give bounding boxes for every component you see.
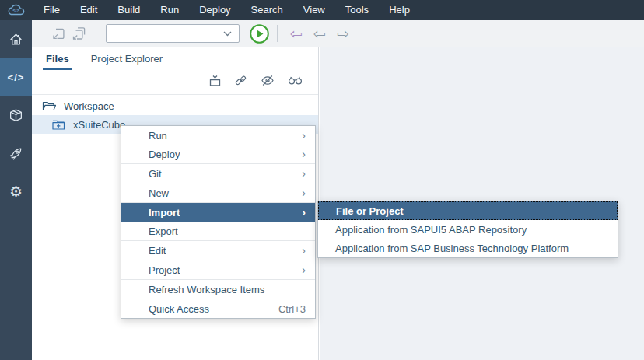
submenu-item-application-from-sapui5-abap-repository[interactable]: Application from SAPUI5 ABAP Repository	[318, 220, 618, 239]
link-icon	[235, 75, 247, 87]
context-menu-item-import[interactable]: Import ›	[121, 203, 315, 222]
run-configuration-combobox[interactable]	[106, 24, 240, 43]
sidebar-item-packages[interactable]	[0, 96, 32, 135]
menubar: </> File Edit Build Run Deploy Search Vi…	[0, 0, 644, 20]
context-menu-item-run[interactable]: Run ›	[121, 126, 315, 145]
context-menu-item-deploy[interactable]: Deploy ›	[121, 145, 315, 163]
menubar-item-help[interactable]: Help	[379, 0, 420, 20]
context-menu: Run › Deploy › Git › New › Import › Expo…	[121, 125, 316, 319]
menubar-item-search[interactable]: Search	[241, 0, 293, 20]
save-icon	[51, 26, 66, 41]
menubar-items: File Edit Build Run Deploy Search View T…	[33, 0, 420, 20]
context-menu-item-edit[interactable]: Edit ›	[121, 241, 315, 260]
collapse-all-button[interactable]	[208, 75, 222, 90]
submenu-item-application-from-sap-business-technology-platform[interactable]: Application from SAP Business Technology…	[318, 239, 618, 257]
menubar-item-edit[interactable]: Edit	[70, 0, 107, 20]
tree-item-workspace[interactable]: Workspace	[32, 96, 318, 115]
shortcut-label: Ctrl+3	[278, 303, 306, 315]
explorer-tabs: Files Project Explorer	[32, 47, 318, 70]
collapse-all-icon	[208, 75, 222, 87]
sidebar-item-home[interactable]	[0, 20, 32, 58]
binoculars-icon	[288, 75, 303, 86]
cloud-code-icon: </>	[5, 3, 28, 18]
run-play-icon	[249, 23, 270, 44]
last-edit-location-button[interactable]: ⇦	[285, 26, 308, 41]
sidebar-item-code-editor[interactable]: </>	[0, 58, 32, 96]
submenu-arrow-icon: ›	[302, 130, 306, 141]
tab-files[interactable]: Files	[43, 47, 72, 70]
tree-item-label: Workspace	[64, 100, 114, 112]
submenu-arrow-icon: ›	[302, 187, 306, 198]
save-button[interactable]	[48, 23, 68, 44]
code-icon: </>	[8, 72, 25, 83]
app-logo: </>	[0, 0, 32, 20]
eye-slash-icon	[261, 74, 275, 87]
hide-hidden-files-button[interactable]	[261, 74, 275, 90]
toolbar-separator	[96, 25, 96, 42]
sidebar-item-deploy[interactable]	[0, 135, 32, 173]
context-menu-item-new[interactable]: New ›	[121, 183, 315, 202]
tab-project-explorer[interactable]: Project Explorer	[88, 47, 166, 70]
navigate-forward-button[interactable]: ⇨	[331, 26, 355, 41]
toolbar-separator	[277, 25, 278, 42]
context-menu-item-quick-access[interactable]: Quick Access Ctrl+3	[121, 299, 315, 318]
menubar-item-view[interactable]: View	[293, 0, 335, 20]
menubar-item-tools[interactable]: Tools	[335, 0, 379, 20]
submenu-item-file-or-project[interactable]: File or Project	[318, 201, 618, 220]
chevron-down-icon	[223, 31, 232, 37]
gear-icon: ⚙	[9, 184, 23, 199]
submenu-arrow-icon: ›	[302, 207, 306, 218]
home-icon	[9, 32, 23, 47]
link-button[interactable]	[235, 75, 247, 90]
menubar-item-file[interactable]: File	[33, 0, 70, 20]
import-submenu: File or Project Application from SAPUI5 …	[317, 201, 618, 258]
save-all-icon	[71, 26, 86, 41]
rocket-icon	[9, 146, 23, 161]
context-menu-item-git[interactable]: Git ›	[121, 164, 315, 183]
menubar-item-run[interactable]: Run	[150, 0, 189, 20]
submenu-arrow-icon: ›	[302, 149, 306, 159]
sidebar-item-settings[interactable]: ⚙	[0, 173, 32, 211]
toolbar: ⇦ ⇦ ⇨	[32, 20, 644, 47]
tree-item-label: xSuiteCube	[73, 119, 125, 131]
navigate-back-button[interactable]: ⇦	[308, 26, 331, 41]
submenu-arrow-icon: ›	[302, 245, 306, 256]
folder-plus-icon	[51, 119, 66, 131]
save-all-button[interactable]	[68, 23, 89, 44]
run-button[interactable]	[248, 23, 270, 44]
menubar-item-build[interactable]: Build	[107, 0, 150, 20]
submenu-arrow-icon: ›	[302, 168, 306, 179]
context-menu-item-export[interactable]: Export	[121, 222, 315, 240]
submenu-arrow-icon: ›	[302, 264, 306, 275]
package-icon	[9, 108, 23, 123]
search-button[interactable]	[288, 75, 303, 89]
explorer-toolbar	[32, 70, 318, 95]
context-menu-item-refresh-workspace-items[interactable]: Refresh Workspace Items	[121, 280, 315, 299]
folder-open-icon	[42, 100, 57, 112]
context-menu-item-project[interactable]: Project ›	[121, 260, 315, 279]
svg-text:</>: </>	[12, 8, 19, 12]
menubar-item-deploy[interactable]: Deploy	[189, 0, 240, 20]
activity-rail: </> ⚙	[0, 20, 32, 360]
